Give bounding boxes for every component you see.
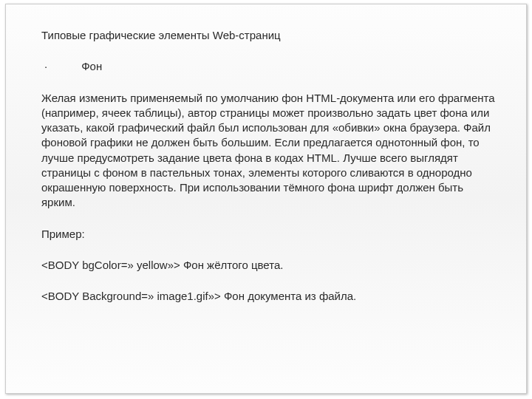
example-heading: Пример: — [41, 227, 497, 242]
body-paragraph: Желая изменить применяемый по умолчанию … — [41, 91, 497, 211]
bullet-dot-icon: · — [41, 59, 78, 74]
bullet-label: Фон — [81, 60, 102, 72]
code-line: <BODY Background=» image1.gif»> Фон доку… — [41, 289, 497, 304]
slide-container: Типовые графические элементы Web-страниц… — [5, 4, 527, 394]
bullet-row: · Фон — [41, 59, 497, 74]
slide-title: Типовые графические элементы Web-страниц — [41, 28, 497, 43]
code-line: <BODY bgColor=» yellow»> Фон жёлтого цве… — [41, 258, 497, 273]
